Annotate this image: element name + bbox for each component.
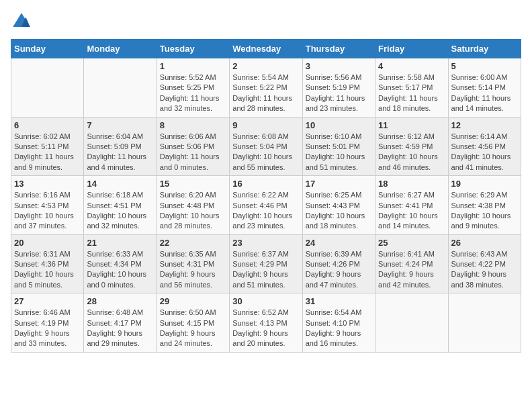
- weekday-header-tuesday: Tuesday: [157, 40, 229, 58]
- calendar-cell: 14 Sunrise: 6:18 AMSunset: 4:51 PMDaylig…: [84, 176, 157, 235]
- weekday-header-sunday: Sunday: [11, 40, 84, 58]
- calendar-cell: 25 Sunrise: 6:41 AMSunset: 4:24 PMDaylig…: [375, 234, 448, 293]
- day-info: Sunrise: 6:04 AMSunset: 5:09 PMDaylight:…: [87, 132, 153, 173]
- day-number: 25: [378, 238, 445, 248]
- day-number: 5: [451, 61, 518, 71]
- calendar-cell: [84, 58, 157, 118]
- calendar-cell: 17 Sunrise: 6:25 AMSunset: 4:43 PMDaylig…: [302, 176, 375, 235]
- calendar-week-4: 20 Sunrise: 6:31 AMSunset: 4:36 PMDaylig…: [11, 234, 521, 293]
- day-info: Sunrise: 6:27 AMSunset: 4:41 PMDaylight:…: [378, 190, 445, 232]
- calendar-week-3: 13 Sunrise: 6:16 AMSunset: 4:53 PMDaylig…: [11, 176, 521, 235]
- day-number: 7: [87, 120, 153, 130]
- calendar-cell: 16 Sunrise: 6:22 AMSunset: 4:46 PMDaylig…: [230, 176, 302, 235]
- day-info: Sunrise: 6:12 AMSunset: 4:59 PMDaylight:…: [378, 132, 445, 173]
- calendar-cell: 26 Sunrise: 6:43 AMSunset: 4:22 PMDaylig…: [448, 234, 521, 293]
- calendar-cell: 12 Sunrise: 6:14 AMSunset: 4:56 PMDaylig…: [448, 117, 521, 176]
- day-info: Sunrise: 6:52 AMSunset: 4:13 PMDaylight:…: [232, 308, 299, 349]
- calendar-table: SundayMondayTuesdayWednesdayThursdayFrid…: [11, 39, 521, 353]
- calendar-cell: 30 Sunrise: 6:52 AMSunset: 4:13 PMDaylig…: [230, 293, 302, 353]
- day-number: 6: [14, 120, 81, 130]
- day-info: Sunrise: 5:58 AMSunset: 5:17 PMDaylight:…: [378, 73, 445, 114]
- weekday-header-saturday: Saturday: [448, 40, 521, 58]
- calendar-cell: 8 Sunrise: 6:06 AMSunset: 5:06 PMDayligh…: [157, 117, 229, 176]
- weekday-header-monday: Monday: [84, 40, 157, 58]
- calendar-cell: 2 Sunrise: 5:54 AMSunset: 5:22 PMDayligh…: [230, 58, 302, 118]
- day-number: 1: [160, 61, 226, 71]
- calendar-cell: 9 Sunrise: 6:08 AMSunset: 5:04 PMDayligh…: [230, 117, 302, 176]
- day-info: Sunrise: 6:29 AMSunset: 4:38 PMDaylight:…: [451, 190, 518, 232]
- calendar-cell: 5 Sunrise: 6:00 AMSunset: 5:14 PMDayligh…: [448, 58, 521, 118]
- weekday-row: SundayMondayTuesdayWednesdayThursdayFrid…: [11, 40, 521, 58]
- day-info: Sunrise: 6:39 AMSunset: 4:26 PMDaylight:…: [306, 249, 372, 291]
- day-number: 29: [160, 296, 226, 306]
- calendar-cell: 19 Sunrise: 6:29 AMSunset: 4:38 PMDaylig…: [448, 176, 521, 235]
- calendar-body: 1 Sunrise: 5:52 AMSunset: 5:25 PMDayligh…: [11, 58, 521, 353]
- calendar-cell: 3 Sunrise: 5:56 AMSunset: 5:19 PMDayligh…: [302, 58, 375, 118]
- day-number: 10: [306, 120, 372, 130]
- calendar-cell: 28 Sunrise: 6:48 AMSunset: 4:17 PMDaylig…: [84, 293, 157, 353]
- day-info: Sunrise: 6:06 AMSunset: 5:06 PMDaylight:…: [160, 132, 226, 173]
- logo-icon: [11, 11, 32, 32]
- page-header: [11, 11, 521, 32]
- day-number: 11: [378, 120, 445, 130]
- calendar-cell: [448, 293, 521, 353]
- day-info: Sunrise: 6:46 AMSunset: 4:19 PMDaylight:…: [14, 308, 81, 349]
- day-number: 14: [87, 179, 153, 189]
- day-number: 21: [87, 238, 153, 248]
- day-number: 4: [378, 61, 445, 71]
- calendar-cell: [11, 58, 84, 118]
- calendar-cell: [375, 293, 448, 353]
- calendar-cell: 11 Sunrise: 6:12 AMSunset: 4:59 PMDaylig…: [375, 117, 448, 176]
- calendar-cell: 21 Sunrise: 6:33 AMSunset: 4:34 PMDaylig…: [84, 234, 157, 293]
- calendar-week-2: 6 Sunrise: 6:02 AMSunset: 5:11 PMDayligh…: [11, 117, 521, 176]
- day-number: 31: [306, 296, 372, 306]
- day-number: 22: [160, 238, 226, 248]
- day-number: 24: [306, 238, 372, 248]
- calendar-cell: 7 Sunrise: 6:04 AMSunset: 5:09 PMDayligh…: [84, 117, 157, 176]
- day-number: 16: [232, 179, 299, 189]
- day-number: 9: [232, 120, 299, 130]
- calendar-cell: 27 Sunrise: 6:46 AMSunset: 4:19 PMDaylig…: [11, 293, 84, 353]
- day-info: Sunrise: 6:25 AMSunset: 4:43 PMDaylight:…: [306, 190, 372, 232]
- calendar-cell: 22 Sunrise: 6:35 AMSunset: 4:31 PMDaylig…: [157, 234, 229, 293]
- calendar-cell: 13 Sunrise: 6:16 AMSunset: 4:53 PMDaylig…: [11, 176, 84, 235]
- calendar-header: SundayMondayTuesdayWednesdayThursdayFrid…: [11, 40, 521, 58]
- day-number: 13: [14, 179, 81, 189]
- day-number: 20: [14, 238, 81, 248]
- calendar-cell: 4 Sunrise: 5:58 AMSunset: 5:17 PMDayligh…: [375, 58, 448, 118]
- day-number: 27: [14, 296, 81, 306]
- calendar-cell: 23 Sunrise: 6:37 AMSunset: 4:29 PMDaylig…: [230, 234, 302, 293]
- day-info: Sunrise: 5:54 AMSunset: 5:22 PMDaylight:…: [232, 73, 299, 114]
- day-info: Sunrise: 6:10 AMSunset: 5:01 PMDaylight:…: [306, 132, 372, 173]
- day-info: Sunrise: 6:02 AMSunset: 5:11 PMDaylight:…: [14, 132, 81, 173]
- day-info: Sunrise: 6:16 AMSunset: 4:53 PMDaylight:…: [14, 190, 81, 232]
- calendar-cell: 29 Sunrise: 6:50 AMSunset: 4:15 PMDaylig…: [157, 293, 229, 353]
- day-number: 30: [232, 296, 299, 306]
- day-info: Sunrise: 6:48 AMSunset: 4:17 PMDaylight:…: [87, 308, 153, 349]
- day-info: Sunrise: 6:22 AMSunset: 4:46 PMDaylight:…: [232, 190, 299, 232]
- day-info: Sunrise: 6:20 AMSunset: 4:48 PMDaylight:…: [160, 190, 226, 232]
- day-info: Sunrise: 6:14 AMSunset: 4:56 PMDaylight:…: [451, 132, 518, 173]
- day-info: Sunrise: 6:41 AMSunset: 4:24 PMDaylight:…: [378, 249, 445, 291]
- day-number: 8: [160, 120, 226, 130]
- calendar-cell: 20 Sunrise: 6:31 AMSunset: 4:36 PMDaylig…: [11, 234, 84, 293]
- day-info: Sunrise: 6:54 AMSunset: 4:10 PMDaylight:…: [306, 308, 372, 349]
- day-info: Sunrise: 6:31 AMSunset: 4:36 PMDaylight:…: [14, 249, 81, 291]
- day-number: 19: [451, 179, 518, 189]
- weekday-header-thursday: Thursday: [302, 40, 375, 58]
- calendar-cell: 18 Sunrise: 6:27 AMSunset: 4:41 PMDaylig…: [375, 176, 448, 235]
- day-info: Sunrise: 6:37 AMSunset: 4:29 PMDaylight:…: [232, 249, 299, 291]
- day-info: Sunrise: 6:18 AMSunset: 4:51 PMDaylight:…: [87, 190, 153, 232]
- calendar-cell: 31 Sunrise: 6:54 AMSunset: 4:10 PMDaylig…: [302, 293, 375, 353]
- day-info: Sunrise: 6:33 AMSunset: 4:34 PMDaylight:…: [87, 249, 153, 291]
- day-number: 28: [87, 296, 153, 306]
- day-number: 17: [306, 179, 372, 189]
- calendar-cell: 24 Sunrise: 6:39 AMSunset: 4:26 PMDaylig…: [302, 234, 375, 293]
- logo: [11, 11, 35, 32]
- day-info: Sunrise: 6:35 AMSunset: 4:31 PMDaylight:…: [160, 249, 226, 291]
- day-number: 12: [451, 120, 518, 130]
- weekday-header-wednesday: Wednesday: [230, 40, 302, 58]
- day-number: 23: [232, 238, 299, 248]
- day-number: 3: [306, 61, 372, 71]
- day-info: Sunrise: 5:52 AMSunset: 5:25 PMDaylight:…: [160, 73, 226, 114]
